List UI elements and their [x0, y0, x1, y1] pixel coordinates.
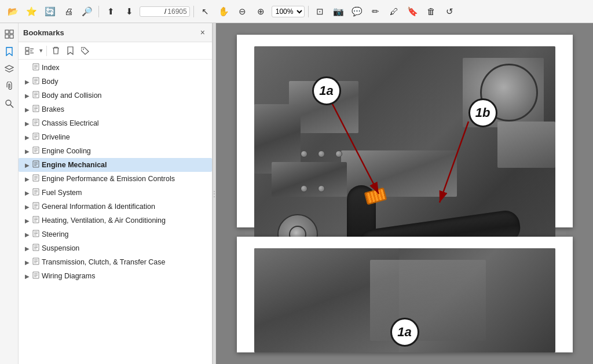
expand-btn-suspension[interactable]: ▶ [23, 244, 31, 252]
bolt-4 [301, 185, 308, 192]
bookmark-suspension[interactable]: ▶ Suspension [19, 241, 212, 255]
bookmark-hvac[interactable]: ▶ Heating, Ventilation, & Air Conditioni… [19, 214, 212, 227]
svg-rect-0 [5, 30, 9, 34]
bookmark-label-body-collision: Body and Collision [42, 91, 102, 100]
bookmark-brakes[interactable]: ▶ Brakes [19, 102, 212, 116]
bookmark-label-general: General Information & Identification [42, 203, 155, 211]
bookmark-body-collision[interactable]: ▶ Body and Collision [19, 89, 212, 102]
zoom-in-button[interactable]: ⊕ [253, 3, 269, 20]
delete-button[interactable]: 🗑 [423, 3, 440, 20]
separator-3 [308, 6, 309, 17]
engine-image-2: 1a [254, 248, 555, 352]
bookmark-driveline[interactable]: ▶ Driveline [19, 130, 212, 144]
bookmark-icon-body-collision [32, 91, 39, 100]
bookmark-engine-performance[interactable]: ▶ Engine Performance & Emission Controls [19, 172, 212, 186]
bm-sep-1 [46, 46, 47, 56]
page-input[interactable]: 756 [142, 8, 163, 16]
screenshot-button[interactable]: 📷 [331, 3, 347, 20]
annotation-1a: 1a [312, 76, 341, 105]
zoom-out-button[interactable]: ⊖ [235, 3, 251, 20]
expand-btn-performance[interactable]: ▶ [23, 175, 31, 183]
bookmark-chassis-electrical[interactable]: ▶ Chassis Electrical [19, 116, 212, 130]
pdf-page-2: 1a [237, 237, 573, 352]
bookmarks-header: Bookmarks × [19, 23, 212, 42]
bolt-1 [301, 150, 308, 157]
bookmark-label-mechanical: Engine Mechanical [42, 161, 107, 169]
expand-btn-mechanical[interactable]: ▶ [23, 161, 31, 169]
left-sidebar [0, 23, 19, 364]
scan-button[interactable]: 🔎 [79, 3, 95, 20]
bookmark-general-info[interactable]: ▶ General Information & Identification [19, 200, 212, 214]
expand-btn-chassis[interactable]: ▶ [23, 119, 31, 127]
engine-block-bottom-2 [370, 260, 486, 341]
svg-rect-1 [10, 30, 13, 34]
comment-button[interactable]: 💬 [349, 3, 365, 20]
bookmark-icon-mechanical [32, 160, 39, 170]
cursor-tool-button[interactable]: ↖ [197, 3, 214, 20]
attachments-button[interactable] [2, 79, 17, 94]
expand-btn-driveline[interactable]: ▶ [23, 133, 31, 141]
expand-btn-steering[interactable]: ▶ [23, 230, 31, 238]
highlight-button[interactable]: 🖊 [386, 3, 402, 20]
bookmark-body[interactable]: ▶ Body [19, 75, 212, 89]
pdf-content-area[interactable]: 1a 1b • Loosen the clamp (1a) and remove… [216, 23, 593, 364]
expand-btn-brakes[interactable]: ▶ [23, 105, 31, 113]
next-page-button[interactable]: ⬇ [121, 3, 137, 20]
bookmark-steering[interactable]: ▶ Steering [19, 227, 212, 241]
bookmark-label-performance: Engine Performance & Emission Controls [42, 175, 175, 183]
bookmark-index[interactable]: Index [19, 61, 212, 75]
bookmark-icon-index [32, 63, 39, 72]
expand-btn-body-collision[interactable]: ▶ [23, 91, 31, 100]
expand-btn-hvac[interactable]: ▶ [23, 216, 31, 225]
expand-btn-wiring[interactable]: ▶ [23, 272, 31, 280]
search-sidebar-button[interactable] [2, 96, 17, 111]
pdf-page: 1a 1b • Loosen the clamp (1a) and remove… [237, 35, 573, 227]
separator-1 [98, 6, 99, 17]
bookmark-icon-performance [32, 174, 39, 183]
zoom-select[interactable]: 50% 75% 100% 125% 150% 200% [272, 6, 305, 17]
bookmark-engine-cooling[interactable]: ▶ Engine Cooling [19, 144, 212, 158]
engine-block-4 [272, 162, 347, 197]
bookmarks-close-button[interactable]: × [198, 27, 207, 38]
bookmark-transmission[interactable]: ▶ Transmission, Clutch, & Transfer Case [19, 255, 212, 269]
expand-btn-general[interactable]: ▶ [23, 203, 31, 211]
bookmark-fuel-system[interactable]: ▶ Fuel System [19, 186, 212, 200]
bookmark-icon-suspension [32, 244, 39, 253]
expand-btn-transmission[interactable]: ▶ [23, 258, 31, 266]
bm-add-btn[interactable] [64, 45, 77, 57]
bm-delete-btn[interactable] [49, 45, 63, 57]
page-total: 16905 [167, 8, 186, 16]
bm-expand-btn[interactable] [22, 45, 37, 57]
page-navigation: 756 / 16905 [140, 6, 190, 17]
bookmark-icon-cooling [32, 146, 39, 156]
hand-tool-button[interactable]: ✋ [216, 3, 232, 20]
print-button[interactable]: 🖨 [60, 3, 76, 20]
svg-rect-2 [5, 35, 9, 38]
fit-page-button[interactable]: ⊡ [312, 3, 328, 20]
bookmark-label-steering: Steering [42, 230, 69, 238]
bookmark-label-transmission: Transmission, Clutch, & Transfer Case [42, 258, 166, 266]
toolbar: 📂 ⭐ 🔄 🖨 🔎 ⬆ ⬇ 756 / 16905 ↖ ✋ ⊖ ⊕ 50% 75… [0, 0, 593, 23]
bookmark-engine-mechanical[interactable]: ▶ Engine Mechanical [19, 158, 212, 172]
expand-btn-body[interactable]: ▶ [23, 78, 31, 86]
bookmark-wiring[interactable]: ▶ Wiring Diagrams [19, 269, 212, 283]
thumbnails-button[interactable] [2, 27, 17, 42]
bookmark-button[interactable]: ⭐ [23, 3, 39, 20]
bookmarks-panel: Bookmarks × ▾ [19, 23, 213, 364]
bookmarks-sidebar-button[interactable] [2, 44, 17, 59]
bookmark-icon-steering [32, 230, 39, 239]
undo-button[interactable]: ↺ [442, 3, 458, 20]
bm-tag-btn[interactable] [78, 45, 92, 57]
expand-btn-cooling[interactable]: ▶ [23, 147, 31, 155]
refresh-button[interactable]: 🔄 [42, 3, 58, 20]
prev-page-button[interactable]: ⬆ [103, 3, 119, 20]
layers-button[interactable] [2, 61, 17, 76]
stamp-button[interactable]: 🔖 [405, 3, 421, 20]
annotation-1b: 1b [468, 98, 497, 127]
svg-rect-3 [10, 35, 13, 38]
bookmark-icon-wiring [32, 271, 39, 281]
expand-btn-fuel[interactable]: ▶ [23, 189, 31, 197]
pencil-button[interactable]: ✏ [368, 3, 384, 20]
open-file-button[interactable]: 📂 [5, 3, 21, 20]
bookmarks-list: Index ▶ Body ▶ Body and Collision ▶ [19, 60, 212, 364]
